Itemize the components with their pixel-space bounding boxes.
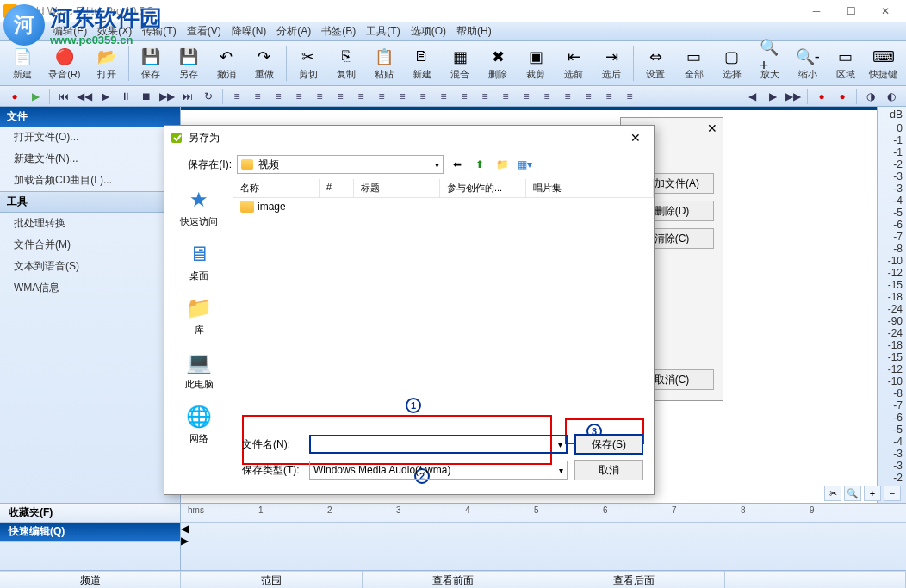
menu-analyze[interactable]: 分析(A) (271, 22, 316, 40)
pause-icon[interactable]: ⏸ (116, 88, 135, 105)
wave-tool-icon[interactable]: ≡ (331, 88, 350, 105)
new-folder-icon[interactable]: 📁 (493, 156, 511, 173)
place-网络[interactable]: 🌐网络 (185, 403, 213, 445)
rec-dot-icon[interactable]: ● (5, 88, 24, 105)
menu-view[interactable]: 查看(V) (182, 22, 226, 40)
sidebar-new-file[interactable]: 新建文件(N)... (0, 148, 180, 170)
back-icon[interactable]: ⬅ (449, 156, 466, 173)
list-close-icon[interactable]: ✕ (707, 121, 717, 135)
timeline-scroll-right[interactable]: ▶ (181, 535, 906, 547)
file-row[interactable]: image (233, 198, 654, 215)
view-menu-icon[interactable]: ▦▾ (516, 156, 533, 173)
wave-tool-icon[interactable]: ≡ (579, 88, 598, 105)
toolbar-删除[interactable]: ✖删除 (479, 43, 517, 84)
loop-icon[interactable]: ↻ (199, 88, 218, 105)
toolbar-放大[interactable]: 🔍+放大 (751, 43, 789, 84)
wave-tool-icon[interactable]: ≡ (517, 88, 536, 105)
wave-tool-icon[interactable]: ≡ (537, 88, 556, 105)
view-in-icon[interactable]: ◑ (861, 88, 880, 105)
timeline-scroll-left[interactable]: ◀ (181, 523, 906, 535)
sidebar-load-cd[interactable]: 加载音频CD曲目(L)... (0, 170, 180, 191)
wave-tool-icon[interactable]: ≡ (269, 88, 288, 105)
col-name[interactable]: 名称 (233, 179, 320, 197)
transport-prev-icon[interactable]: ◀ (742, 88, 761, 105)
sidebar-tts[interactable]: 文本到语音(S) (0, 256, 180, 277)
sidebar-wma[interactable]: WMA信息 (0, 277, 180, 299)
wave-tool-icon[interactable]: ≡ (558, 88, 577, 105)
wave-tool-icon[interactable]: ≡ (310, 88, 329, 105)
place-桌面[interactable]: 🖥桌面 (185, 240, 213, 282)
zoom-tool-icon[interactable]: 🔍 (844, 486, 861, 501)
marker-red2-icon[interactable]: ● (833, 88, 852, 105)
menu-noise[interactable]: 降噪(N) (226, 22, 272, 40)
toolbar-快捷键[interactable]: ⌨快捷键 (865, 43, 903, 84)
toolbar-裁剪[interactable]: ▣裁剪 (517, 43, 555, 84)
toolbar-保存[interactable]: 💾保存 (132, 43, 170, 84)
toolbar-剪切[interactable]: ✂剪切 (289, 43, 327, 84)
status-view-back[interactable]: 查看后面 (543, 571, 724, 588)
tab-quickedit[interactable]: 快速编辑(Q) (0, 523, 180, 542)
col-num[interactable]: # (320, 179, 354, 197)
toolbar-缩小[interactable]: 🔍-缩小 (789, 43, 827, 84)
file-list[interactable]: 名称 # 标题 参与创作的... 唱片集 image (233, 179, 654, 437)
menu-effect[interactable]: 效果(X) (92, 22, 137, 40)
filename-input[interactable]: ▾ (309, 435, 568, 454)
col-title[interactable]: 标题 (354, 179, 440, 197)
marker-red-icon[interactable]: ● (812, 88, 831, 105)
menu-transport[interactable]: 传输(T) (137, 22, 181, 40)
save-button[interactable]: 保存(S) (574, 434, 643, 455)
wave-tool-icon[interactable]: ≡ (393, 88, 412, 105)
toolbar-新建[interactable]: 📄新建 (3, 43, 41, 84)
transport-play-icon[interactable]: ▶ (763, 88, 782, 105)
toolbar-粘贴[interactable]: 📋粘贴 (365, 43, 403, 84)
menu-option[interactable]: 选项(O) (406, 22, 451, 40)
sidebar-batch[interactable]: 批处理转换 (0, 213, 180, 234)
skip-start-icon[interactable]: ⏮ (54, 88, 73, 105)
toolbar-复制[interactable]: ⎘复制 (327, 43, 365, 84)
wave-tool-icon[interactable]: ≡ (599, 88, 618, 105)
wave-tool-icon[interactable]: ≡ (455, 88, 474, 105)
play2-icon[interactable]: ▶ (96, 88, 115, 105)
wave-tool-icon[interactable]: ≡ (227, 88, 246, 105)
wave-tool-icon[interactable]: ≡ (496, 88, 515, 105)
menu-edit[interactable]: 编辑(E) (47, 22, 92, 40)
timeline[interactable]: hms 1 2 3 4 5 6 7 8 9 (181, 504, 906, 523)
col-artist[interactable]: 参与创作的... (440, 179, 526, 197)
toolbar-选前[interactable]: ⇤选前 (555, 43, 593, 84)
toolbar-区域[interactable]: ▭区域 (827, 43, 865, 84)
skip-end-icon[interactable]: ⏭ (178, 88, 197, 105)
ff-right-icon[interactable]: ▶▶ (158, 88, 177, 105)
zoom-in-small-icon[interactable]: + (864, 486, 881, 501)
place-库[interactable]: 📁库 (185, 294, 213, 337)
toolbar-设置[interactable]: ⇔设置 (636, 43, 674, 84)
wave-tool-icon[interactable]: ≡ (434, 88, 453, 105)
minimize-button[interactable]: ─ (799, 1, 834, 22)
menu-bookmark[interactable]: 书签(B) (316, 22, 361, 40)
scissors-icon[interactable]: ✂ (824, 486, 841, 501)
menu-file[interactable]: 文件(F) (3, 22, 47, 40)
wave-tool-icon[interactable]: ≡ (351, 88, 370, 105)
wave-tool-icon[interactable]: ≡ (475, 88, 494, 105)
wave-tool-icon[interactable]: ≡ (248, 88, 267, 105)
toolbar-新建[interactable]: 🗎新建 (403, 43, 441, 84)
status-channel[interactable]: 频道 (0, 571, 181, 588)
sidebar-merge[interactable]: 文件合并(M) (0, 234, 180, 256)
wave-tool-icon[interactable]: ≡ (289, 88, 308, 105)
zoom-out-small-icon[interactable]: − (884, 486, 901, 501)
tab-favorites[interactable]: 收藏夹(F) (0, 504, 180, 523)
up-folder-icon[interactable]: ⬆ (471, 156, 488, 173)
cancel-button[interactable]: 取消 (574, 460, 643, 480)
view-out-icon[interactable]: ◐ (882, 88, 901, 105)
filetype-dropdown[interactable]: Windows Media Audio(*.wma) ▾ (309, 461, 568, 480)
play-icon[interactable]: ▶ (26, 88, 45, 105)
close-button[interactable]: ✕ (868, 1, 903, 22)
place-快速访问[interactable]: ★快速访问 (180, 186, 218, 228)
toolbar-选择[interactable]: ▢选择 (713, 43, 751, 84)
transport-next-icon[interactable]: ▶▶ (784, 88, 803, 105)
menu-tool[interactable]: 工具(T) (361, 22, 405, 40)
status-view-front[interactable]: 查看前面 (363, 571, 543, 588)
toolbar-混合[interactable]: ▦混合 (441, 43, 479, 84)
maximize-button[interactable]: ☐ (834, 1, 868, 22)
menu-help[interactable]: 帮助(H) (451, 22, 497, 40)
wave-tool-icon[interactable]: ≡ (413, 88, 432, 105)
